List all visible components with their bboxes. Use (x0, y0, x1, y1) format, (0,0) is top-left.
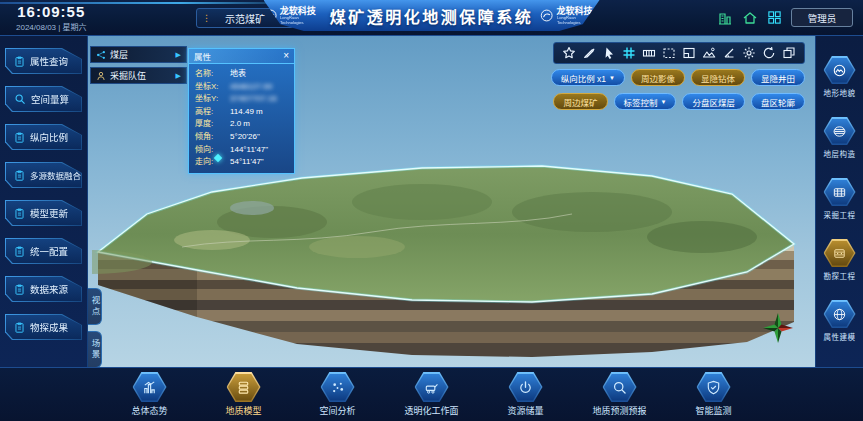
right-item-strata[interactable]: 地层构造 (824, 117, 856, 159)
layers-icon (235, 379, 252, 396)
nav-geological-model[interactable]: 地质模型 (209, 372, 279, 417)
panel-coalseam-button[interactable]: 分盘区煤层 (682, 93, 745, 110)
clipboard-icon (14, 55, 25, 68)
toggle-boreholes-button[interactable]: 显隐钻体 (691, 69, 745, 86)
nav-overall-situation[interactable]: 总体态势 (115, 372, 185, 417)
nav-label: 地质模型 (225, 404, 261, 417)
machine-icon (423, 379, 440, 396)
sidebar-item-multisource-fusion[interactable]: 多源数据融合 (5, 162, 82, 188)
right-item-label: 勘探工程 (824, 270, 856, 281)
vertical-scale-button[interactable]: 纵向比例 x1▼ (551, 69, 625, 86)
sidebar-item-model-update[interactable]: 模型更新 (5, 200, 82, 226)
chart-icon (141, 379, 158, 396)
right-item-exploration[interactable]: 勘探工程 (824, 239, 856, 281)
section-icon[interactable] (642, 46, 656, 60)
sidebar-item-label: 数据来源 (30, 282, 68, 296)
pen-icon[interactable] (582, 46, 596, 60)
nav-label: 总体态势 (131, 404, 167, 417)
terrain-circle-icon (832, 63, 847, 78)
scene-viewport[interactable]: 煤层 ▶ 采掘队伍 ▶ 属性 × 名称:地表 坐标X:4546127.99 (88, 36, 815, 367)
nav-spatial-analysis[interactable]: 空间分析 (303, 372, 373, 417)
prop-value: 54°11'47" (230, 157, 264, 167)
apps-grid-icon[interactable] (767, 10, 782, 25)
sidebar-item-label: 统一配置 (30, 244, 68, 258)
clip-icon[interactable] (682, 46, 696, 60)
prop-label: 高程: (195, 107, 227, 117)
prop-value-redacted: 4546127.99 (230, 82, 272, 92)
nav-intelligent-monitoring[interactable]: 智能监测 (679, 372, 749, 417)
logo-subtext: LongRuan Technologies (557, 16, 596, 24)
property-panel-body: 名称:地表 坐标X:4546127.99 坐标Y:37407707.16 高程:… (189, 64, 294, 173)
home-icon[interactable] (742, 10, 758, 26)
toggle-minefield-button[interactable]: 显隐井田 (751, 69, 805, 86)
logo-swirl-icon (540, 8, 553, 23)
terrain-3d-model[interactable] (92, 152, 808, 366)
refresh-icon[interactable] (762, 46, 776, 60)
copy-icon[interactable] (782, 46, 796, 60)
sidebar-item-label: 纵向比例 (30, 130, 68, 144)
gear-icon[interactable] (742, 46, 756, 60)
prop-value: 5°20'26" (230, 132, 260, 142)
sidebar-item-unified-config[interactable]: 统一配置 (5, 238, 82, 264)
sidebar-item-label: 物探成果 (30, 320, 68, 334)
nav-geological-forecast[interactable]: 地质预测预报 (585, 372, 655, 417)
clipboard-icon (14, 169, 25, 182)
close-icon[interactable]: × (283, 51, 289, 61)
star-icon[interactable] (562, 46, 576, 60)
expand-arrow-icon[interactable]: ▶ (176, 51, 181, 59)
brand-logo-right: 龙软科技 LongRuan Technologies (540, 7, 599, 25)
sidebar-item-vertical-scale[interactable]: 纵向比例 (5, 124, 82, 150)
sidebar-item-data-source[interactable]: 数据来源 (5, 276, 82, 302)
sidebar-item-label: 空间量算 (31, 92, 69, 106)
label-control-button[interactable]: 标签控制▼ (614, 93, 677, 110)
mine-select-value: 示范煤矿 (225, 11, 265, 26)
angle-icon[interactable] (722, 46, 736, 60)
building-icon[interactable] (717, 10, 733, 26)
nav-transparent-workface[interactable]: 透明化工作面 (397, 372, 467, 417)
right-item-terrain[interactable]: 地形地貌 (824, 56, 856, 98)
clipboard-icon (14, 207, 25, 220)
person-icon (96, 71, 106, 81)
scene-buttons-row2: 周边煤矿 标签控制▼ 分盘区煤层 盘区轮廓 (553, 93, 805, 110)
nav-label: 透明化工作面 (404, 404, 458, 417)
sidebar-item-attribute-query[interactable]: 属性查询 (5, 48, 82, 74)
scene-toolbar (553, 42, 805, 64)
panel-outline-button[interactable]: 盘区轮廓 (751, 93, 805, 110)
layer-item-label: 采掘队伍 (110, 69, 146, 82)
prop-value: 114.49 m (230, 107, 263, 117)
tab-scene[interactable]: 场景 (88, 331, 102, 367)
terrain-sun-icon[interactable] (702, 46, 716, 60)
property-panel: 属性 × 名称:地表 坐标X:4546127.99 坐标Y:37407707.1… (188, 48, 295, 174)
clipboard-icon (14, 321, 25, 334)
sidebar-item-spatial-measure[interactable]: 空间量算 (5, 86, 82, 112)
surrounding-mines-button[interactable]: 周边煤矿 (553, 93, 607, 110)
select-area-icon[interactable] (662, 46, 676, 60)
layer-item-mining-team[interactable]: 采掘队伍 ▶ (90, 67, 187, 84)
prop-label: 倾向: (195, 145, 227, 155)
clipboard-icon (14, 131, 25, 144)
tab-viewpoint[interactable]: 视点 (88, 288, 102, 325)
sidebar-item-geophysical-results[interactable]: 物探成果 (5, 314, 82, 340)
compass-icon[interactable] (761, 311, 795, 345)
right-item-label: 采掘工程 (824, 209, 856, 220)
search-icon (611, 379, 628, 396)
prop-value-redacted: 37407707.16 (230, 94, 277, 104)
layer-item-coal-seam[interactable]: 煤层 ▶ (90, 46, 187, 63)
scene-buttons-row1: 纵向比例 x1▼ 周边影像 显隐钻体 显隐井田 (551, 69, 805, 86)
grid-icon[interactable] (622, 46, 636, 60)
admin-user-button[interactable]: 管理员 (791, 8, 853, 27)
sidebar-item-label: 属性查询 (30, 54, 68, 68)
nav-resource-reserves[interactable]: 资源储量 (491, 372, 561, 417)
property-panel-header: 属性 × (189, 49, 294, 64)
network-icon (96, 50, 106, 60)
expand-arrow-icon[interactable]: ▶ (176, 72, 181, 80)
search-icon (14, 93, 26, 105)
menu-dots-icon: ⋮ (202, 13, 211, 23)
cursor-icon[interactable] (602, 46, 616, 60)
title-banner: 龙软科技 LongRuan Technologies 煤矿透明化地测保障系统 龙… (264, 0, 600, 31)
right-item-attribute-modeling[interactable]: 属性建模 (824, 300, 856, 342)
right-item-mining[interactable]: 采掘工程 (824, 178, 856, 220)
nav-label: 智能监测 (695, 404, 731, 417)
nav-label: 地质预测预报 (592, 404, 646, 417)
surrounding-imagery-button[interactable]: 周边影像 (631, 69, 685, 86)
